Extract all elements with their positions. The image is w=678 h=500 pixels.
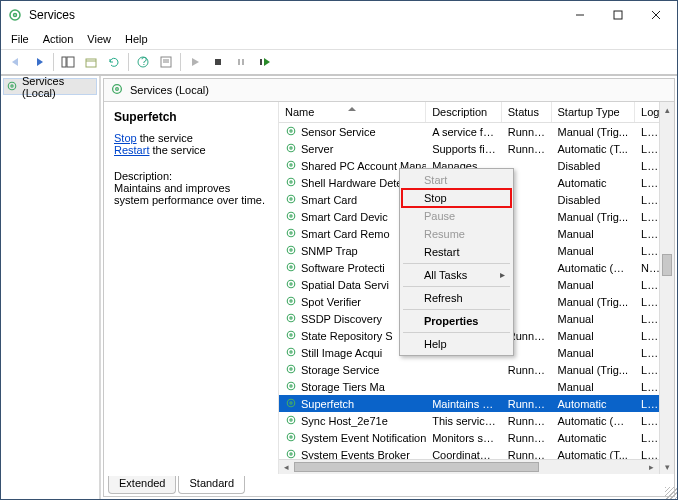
service-startup: Automatic bbox=[552, 398, 636, 410]
svg-point-31 bbox=[290, 197, 292, 199]
services-window: Services File Action View Help ? Service… bbox=[0, 0, 678, 500]
menu-help[interactable]: Help bbox=[119, 31, 154, 47]
content-pane: Services (Local) Superfetch Stop the ser… bbox=[103, 78, 675, 497]
gear-icon bbox=[285, 244, 297, 258]
cm-refresh[interactable]: Refresh bbox=[402, 289, 511, 307]
show-hide-tree-button[interactable] bbox=[57, 52, 79, 72]
stop-link[interactable]: Stop bbox=[114, 132, 137, 144]
cm-help[interactable]: Help bbox=[402, 335, 511, 353]
service-row[interactable]: System Events BrokerCoordinates...Runnin… bbox=[279, 446, 659, 459]
service-name: Smart Card bbox=[301, 194, 357, 206]
tab-extended[interactable]: Extended bbox=[108, 476, 176, 494]
service-desc: Supports fil... bbox=[426, 143, 502, 155]
content-heading-bar: Services (Local) bbox=[104, 79, 674, 102]
service-name: SNMP Trap bbox=[301, 245, 358, 257]
service-row[interactable]: System Event Notification S...Monitors s… bbox=[279, 429, 659, 446]
forward-button[interactable] bbox=[28, 52, 50, 72]
service-row[interactable]: Sync Host_2e71eThis service ...RunningAu… bbox=[279, 412, 659, 429]
menu-file[interactable]: File bbox=[5, 31, 35, 47]
service-name: Storage Service bbox=[301, 364, 379, 376]
start-service-button[interactable] bbox=[184, 52, 206, 72]
export-button[interactable] bbox=[80, 52, 102, 72]
menu-action[interactable]: Action bbox=[37, 31, 80, 47]
service-startup: Disabled bbox=[552, 194, 636, 206]
service-logon: Loc bbox=[635, 228, 659, 240]
svg-point-57 bbox=[290, 418, 292, 420]
col-name[interactable]: Name bbox=[279, 102, 426, 122]
service-startup: Manual bbox=[552, 313, 636, 325]
scroll-v-track[interactable] bbox=[660, 117, 674, 459]
service-desc: Coordinates... bbox=[426, 449, 502, 460]
svg-point-56 bbox=[287, 416, 295, 424]
svg-rect-6 bbox=[62, 57, 66, 67]
service-status: Running bbox=[502, 432, 552, 444]
scroll-right-icon[interactable]: ▸ bbox=[644, 460, 659, 474]
cm-resume[interactable]: Resume bbox=[402, 225, 511, 243]
properties-button[interactable] bbox=[155, 52, 177, 72]
service-logon: Loc bbox=[635, 415, 659, 427]
service-row[interactable]: Storage ServiceRunningManual (Trig...Loc bbox=[279, 361, 659, 378]
scroll-up-icon[interactable]: ▴ bbox=[660, 102, 674, 117]
pause-service-button[interactable] bbox=[230, 52, 252, 72]
restart-service-button[interactable] bbox=[253, 52, 275, 72]
service-logon: Loc bbox=[635, 279, 659, 291]
restart-link[interactable]: Restart bbox=[114, 144, 149, 156]
tab-standard[interactable]: Standard bbox=[178, 476, 245, 494]
svg-point-58 bbox=[287, 433, 295, 441]
svg-point-46 bbox=[287, 331, 295, 339]
service-logon: Loc bbox=[635, 177, 659, 189]
service-startup: Manual bbox=[552, 381, 636, 393]
svg-point-48 bbox=[287, 348, 295, 356]
service-startup: Manual (Trig... bbox=[552, 364, 636, 376]
service-name: Smart Card Devic bbox=[301, 211, 388, 223]
service-name: System Event Notification S... bbox=[301, 432, 426, 444]
gear-icon bbox=[285, 397, 297, 411]
scroll-h-track[interactable] bbox=[294, 460, 644, 474]
gear-icon bbox=[285, 295, 297, 309]
service-startup: Automatic (D... bbox=[552, 415, 636, 427]
cm-restart[interactable]: Restart bbox=[402, 243, 511, 261]
service-row[interactable]: Sensor ServiceA service fo...RunningManu… bbox=[279, 123, 659, 140]
help-button[interactable]: ? bbox=[132, 52, 154, 72]
resize-grip[interactable] bbox=[665, 487, 677, 499]
col-status[interactable]: Status bbox=[502, 102, 552, 122]
svg-rect-16 bbox=[242, 59, 244, 65]
scroll-h-thumb[interactable] bbox=[294, 462, 539, 472]
service-logon: Loc bbox=[635, 381, 659, 393]
stop-service-button[interactable] bbox=[207, 52, 229, 72]
cm-properties[interactable]: Properties bbox=[402, 312, 511, 330]
service-row[interactable]: SuperfetchMaintains a...RunningAutomatic… bbox=[279, 395, 659, 412]
gear-icon bbox=[285, 414, 297, 428]
cm-start[interactable]: Start bbox=[402, 171, 511, 189]
cm-all-tasks[interactable]: All Tasks bbox=[402, 266, 511, 284]
minimize-button[interactable] bbox=[561, 2, 599, 28]
svg-point-35 bbox=[290, 231, 292, 233]
scroll-v-thumb[interactable] bbox=[662, 254, 672, 276]
close-button[interactable] bbox=[637, 2, 675, 28]
cm-stop[interactable]: Stop bbox=[402, 189, 511, 207]
svg-point-33 bbox=[290, 214, 292, 216]
svg-point-30 bbox=[287, 195, 295, 203]
gear-icon bbox=[285, 176, 297, 190]
horizontal-scrollbar[interactable]: ◂ ▸ bbox=[279, 459, 659, 474]
service-row[interactable]: Storage Tiers MaManualLoc bbox=[279, 378, 659, 395]
scroll-down-icon[interactable]: ▾ bbox=[660, 459, 674, 474]
menu-view[interactable]: View bbox=[81, 31, 117, 47]
col-description[interactable]: Description bbox=[426, 102, 502, 122]
maximize-button[interactable] bbox=[599, 2, 637, 28]
col-startup[interactable]: Startup Type bbox=[552, 102, 636, 122]
back-button[interactable] bbox=[5, 52, 27, 72]
col-logon[interactable]: Log bbox=[635, 102, 659, 122]
service-logon: Loc bbox=[635, 194, 659, 206]
svg-point-60 bbox=[287, 450, 295, 458]
cm-pause[interactable]: Pause bbox=[402, 207, 511, 225]
service-list-pane: Name Description Status Startup Type Log… bbox=[279, 102, 674, 474]
svg-point-34 bbox=[287, 229, 295, 237]
svg-rect-7 bbox=[67, 57, 74, 67]
stop-suffix: the service bbox=[137, 132, 193, 144]
refresh-button[interactable] bbox=[103, 52, 125, 72]
service-row[interactable]: ServerSupports fil...RunningAutomatic (T… bbox=[279, 140, 659, 157]
vertical-scrollbar[interactable]: ▴ ▾ bbox=[659, 102, 674, 474]
scroll-left-icon[interactable]: ◂ bbox=[279, 460, 294, 474]
tree-root-item[interactable]: Services (Local) bbox=[3, 78, 97, 95]
